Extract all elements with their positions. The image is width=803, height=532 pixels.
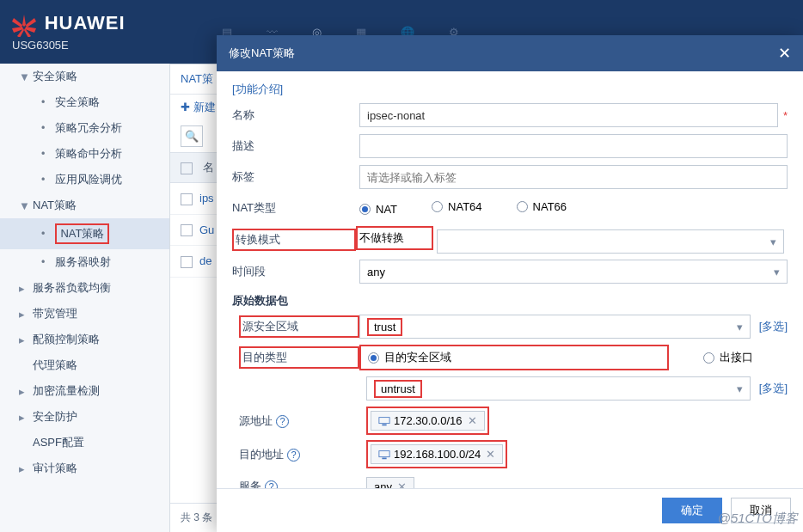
multi-link-src[interactable]: [多选] (759, 319, 788, 334)
sidebar-item[interactable]: ▸配额控制策略 (0, 327, 169, 352)
modal-footer: 确定 取消 (217, 488, 803, 532)
remove-icon[interactable]: ✕ (397, 480, 407, 489)
svg-rect-0 (379, 417, 389, 423)
label-name: 名称 (232, 107, 359, 123)
name-input[interactable] (359, 103, 778, 127)
label-src-addr: 源地址? (239, 413, 366, 429)
sidebar-item[interactable]: ▸安全防护 (0, 404, 169, 430)
dst-zone-select[interactable]: untrust▾ (366, 376, 751, 401)
logo-block: HUAWEI USG6305E (0, 12, 170, 52)
label-desc: 描述 (232, 138, 359, 154)
label-service: 服务? (239, 479, 366, 488)
sidebar-item[interactable]: ▼NAT策略 (0, 193, 169, 218)
row-checkbox[interactable] (181, 256, 193, 268)
remove-icon[interactable]: ✕ (468, 414, 477, 427)
label-dst-type: 目的类型 (239, 346, 359, 369)
sidebar-item[interactable]: NAT策略 (0, 218, 169, 249)
remove-icon[interactable]: ✕ (486, 448, 495, 461)
label-conv-mode: 转换模式 (232, 229, 356, 251)
svg-rect-2 (379, 450, 389, 456)
chevron-down-icon: ▾ (774, 266, 780, 278)
label-dst-addr: 目的地址? (239, 447, 366, 462)
help-icon[interactable]: ? (276, 415, 289, 428)
src-zone-select[interactable]: trust▾ (359, 315, 751, 339)
sidebar-item[interactable]: 安全策略 (0, 89, 169, 115)
chevron-down-icon: ▾ (737, 321, 743, 333)
sidebar-item[interactable]: 应用风险调优 (0, 167, 169, 193)
radio-out-if[interactable]: 出接口 (703, 350, 753, 365)
search-button[interactable]: 🔍 (181, 125, 203, 147)
dst-addr-chip[interactable]: 192.168.100.0/24✕ (371, 444, 503, 464)
brand-text: HUAWEI (45, 12, 126, 34)
src-addr-chip[interactable]: 172.30.0.0/16✕ (371, 411, 485, 431)
sidebar-item[interactable]: 策略命中分析 (0, 141, 169, 167)
sidebar-item[interactable]: ASPF配置 (0, 430, 169, 456)
ok-button[interactable]: 确定 (662, 498, 722, 523)
help-icon[interactable]: ? (287, 449, 300, 462)
select-all-checkbox[interactable] (181, 162, 193, 174)
close-icon[interactable]: ✕ (778, 44, 791, 63)
radio-dst-zone[interactable]: 目的安全区域 (368, 350, 451, 365)
radio-nat[interactable]: NAT64 (432, 200, 482, 213)
section-original-packet: 原始数据包 (232, 293, 788, 309)
monitor-icon (378, 416, 390, 426)
brand-row: HUAWEI (12, 12, 170, 38)
sidebar-item[interactable]: 策略冗余分析 (0, 115, 169, 141)
label-src-zone: 源安全区域 (239, 315, 359, 338)
desc-input[interactable] (359, 134, 788, 158)
sidebar-item[interactable]: ▸服务器负载均衡 (0, 275, 169, 301)
model-text: USG6305E (12, 39, 170, 52)
dst-type-radios: 目的安全区域 (359, 345, 669, 370)
service-chip[interactable]: any✕ (366, 477, 414, 489)
sidebar-item[interactable]: ▼安全策略 (0, 64, 169, 89)
modal-title: 修改NAT策略 (229, 46, 295, 61)
sidebar-item[interactable]: ▸审计策略 (0, 456, 169, 481)
huawei-logo-icon (12, 15, 36, 37)
watermark: @51CTO博客 (718, 511, 798, 527)
chevron-down-icon: ▾ (737, 382, 743, 395)
tag-input[interactable] (359, 165, 788, 189)
radio-nat[interactable]: NAT (359, 203, 397, 216)
chevron-down-icon: ▾ (770, 235, 776, 248)
conv-mode-value[interactable]: 不做转换 (356, 226, 433, 250)
label-nat-type: NAT类型 (232, 200, 359, 216)
help-icon[interactable]: ? (265, 480, 278, 488)
new-button[interactable]: ✚ 新建 (181, 100, 216, 115)
time-select[interactable]: any▾ (359, 260, 788, 284)
modal-edit-nat: 修改NAT策略 ✕ [功能介绍] 名称 * 描述 标签 NAT类型 NATNAT… (217, 35, 803, 532)
intro-link[interactable]: [功能介绍] (232, 82, 788, 97)
sidebar-item[interactable]: ▸带宽管理 (0, 301, 169, 327)
label-tag: 标签 (232, 169, 359, 185)
conv-mode-select[interactable]: ▾ (437, 229, 784, 254)
modal-body: [功能介绍] 名称 * 描述 标签 NAT类型 NATNAT64NAT66 转换… (217, 71, 803, 488)
radio-nat[interactable]: NAT66 (517, 200, 567, 213)
sidebar-item[interactable]: 服务器映射 (0, 249, 169, 275)
monitor-icon (378, 449, 390, 460)
sidebar-item[interactable]: ▸加密流量检测 (0, 378, 169, 404)
row-checkbox[interactable] (181, 193, 193, 205)
sidebar: ▼安全策略安全策略策略冗余分析策略命中分析应用风险调优▼NAT策略NAT策略服务… (0, 64, 170, 532)
multi-link-dst[interactable]: [多选] (759, 381, 788, 396)
col-name: 名 (203, 161, 214, 174)
label-time: 时间段 (232, 264, 359, 279)
svg-rect-1 (382, 424, 386, 425)
row-checkbox[interactable] (181, 224, 193, 236)
sidebar-item[interactable]: 代理策略 (0, 352, 169, 378)
modal-header: 修改NAT策略 ✕ (217, 35, 803, 71)
svg-rect-3 (382, 457, 386, 459)
required-mark: * (783, 109, 788, 122)
